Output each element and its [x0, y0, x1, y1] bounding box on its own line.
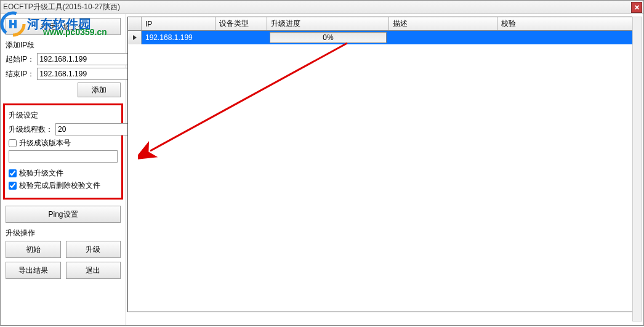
upgrade-button[interactable]: 升级 — [66, 241, 121, 258]
delete-checkbox[interactable] — [9, 182, 17, 190]
verify-checkbox-label: 校验升级文件 — [19, 168, 63, 179]
end-ip-label: 结束IP： — [6, 69, 34, 79]
vertical-scrollbar[interactable] — [632, 17, 642, 321]
col-header-check[interactable]: 校验 — [497, 17, 639, 30]
export-button[interactable]: 导出结果 — [6, 262, 61, 279]
window-title: EOCFTP升级工具(2015-10-27陕西) — [3, 2, 120, 12]
cell-type — [215, 31, 267, 44]
settings-title: 升级设定 — [9, 110, 118, 121]
row-indicator-icon — [128, 31, 142, 44]
grid-body: 192.168.1.199 0% — [128, 31, 639, 312]
progress-text: 0% — [270, 33, 386, 42]
data-grid[interactable]: IP 设备类型 升级进度 描述 校验 192.168.1.199 — [127, 17, 640, 312]
ops-group: 升级操作 初始 升级 导出结果 退出 — [6, 227, 121, 279]
cell-check — [497, 31, 639, 44]
col-header-ip[interactable]: IP — [142, 17, 215, 30]
sidebar: 指定升级文件 添加IP段 起始IP： 结束IP： 添加 升级设定 升级线 — [1, 14, 126, 325]
cell-desc — [389, 31, 497, 44]
table-row[interactable]: 192.168.1.199 0% — [128, 31, 639, 44]
start-ip-input[interactable] — [37, 53, 134, 65]
ping-settings-button[interactable]: Ping设置 — [6, 206, 121, 223]
titlebar: EOCFTP升级工具(2015-10-27陕西) ✕ — [1, 1, 643, 14]
start-ip-label: 起始IP： — [6, 54, 34, 65]
add-ip-button[interactable]: 添加 — [78, 83, 121, 97]
settings-highlight: 升级设定 升级线程数： ▲ ▼ 升级成该版本号 — [3, 103, 123, 200]
ops-title: 升级操作 — [6, 228, 121, 238]
progress-bar: 0% — [270, 32, 387, 43]
cell-ip: 192.168.1.199 — [142, 31, 215, 44]
close-button[interactable]: ✕ — [631, 2, 642, 13]
main-area: IP 设备类型 升级进度 描述 校验 192.168.1.199 — [126, 14, 643, 325]
verify-checkbox[interactable] — [9, 169, 17, 177]
version-checkbox-label: 升级成该版本号 — [19, 138, 71, 148]
cell-progress: 0% — [267, 31, 389, 44]
version-input[interactable] — [9, 150, 118, 163]
threads-label: 升级线程数： — [9, 124, 53, 135]
version-checkbox[interactable] — [9, 139, 17, 147]
col-header-progress[interactable]: 升级进度 — [267, 17, 389, 30]
grid-corner — [128, 17, 142, 30]
ip-range-title: 添加IP段 — [6, 40, 121, 50]
watermark-url: www.pc0359.cn — [43, 27, 107, 37]
ip-range-group: 添加IP段 起始IP： 结束IP： 添加 — [6, 39, 121, 97]
grid-header: IP 设备类型 升级进度 描述 校验 — [128, 17, 639, 31]
exit-button[interactable]: 退出 — [66, 262, 121, 279]
init-button[interactable]: 初始 — [6, 241, 61, 258]
col-header-desc[interactable]: 描述 — [389, 17, 497, 30]
col-header-type[interactable]: 设备类型 — [215, 17, 267, 30]
end-ip-input[interactable] — [37, 68, 134, 80]
delete-checkbox-label: 校验完成后删除校验文件 — [19, 180, 100, 191]
